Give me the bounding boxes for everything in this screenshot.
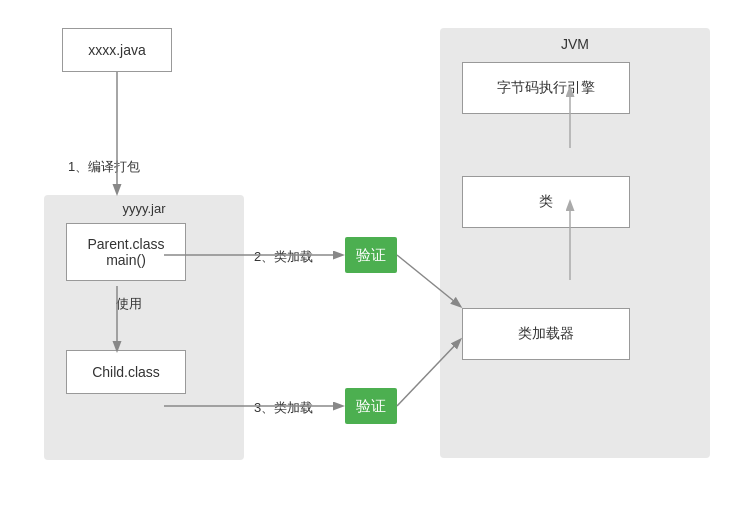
source-file-box: xxxx.java <box>62 28 172 72</box>
bytecode-engine-box: 字节码执行引擎 <box>462 62 630 114</box>
load2-label: 3、类加载 <box>254 399 313 417</box>
class-label: 类 <box>539 193 553 211</box>
class-loader-box: 类加载器 <box>462 308 630 360</box>
verify1-box: 验证 <box>345 237 397 273</box>
bytecode-engine-label: 字节码执行引擎 <box>497 79 595 97</box>
jar-region: yyyy.jar Parent.class main() 使用 Child.cl… <box>44 195 244 460</box>
child-class-label: Child.class <box>92 364 160 380</box>
parent-class-box: Parent.class main() <box>66 223 186 281</box>
class-box: 类 <box>462 176 630 228</box>
parent-class-label: Parent.class main() <box>87 236 164 268</box>
verify2-label: 验证 <box>356 397 386 416</box>
class-loader-label: 类加载器 <box>518 325 574 343</box>
jvm-region: JVM 字节码执行引擎 类 类加载器 <box>440 28 710 458</box>
compile-label: 1、编译打包 <box>68 158 140 176</box>
jar-label: yyyy.jar <box>122 201 165 216</box>
load1-label: 2、类加载 <box>254 248 313 266</box>
use-label: 使用 <box>116 295 142 313</box>
verify1-label: 验证 <box>356 246 386 265</box>
verify2-box: 验证 <box>345 388 397 424</box>
jvm-label: JVM <box>561 36 589 52</box>
child-class-box: Child.class <box>66 350 186 394</box>
source-file-label: xxxx.java <box>88 42 146 58</box>
diagram: xxxx.java 1、编译打包 yyyy.jar Parent.class m… <box>0 0 741 505</box>
